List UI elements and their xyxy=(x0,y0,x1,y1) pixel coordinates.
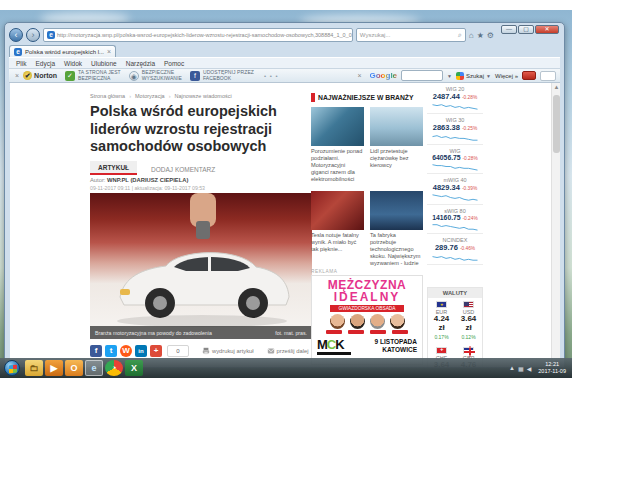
tile-caption: Tesla notuje fatalny wynik. A miało być … xyxy=(311,232,364,253)
norton-label: Norton xyxy=(34,72,57,79)
share-counter: 0 xyxy=(167,345,189,357)
tile-caption: Porozumienie ponad podziałami. Motoryzac… xyxy=(311,148,364,183)
minimize-button[interactable]: — xyxy=(501,25,517,34)
extension-box[interactable] xyxy=(540,71,556,81)
breadcrumb-najnowsze[interactable]: Najnowsze wiadomości xyxy=(175,93,232,99)
excel-icon[interactable]: X xyxy=(125,360,143,376)
safe-status-text: TA STRONA JESTBEZPIECZNA xyxy=(78,70,121,82)
car-illustration xyxy=(90,193,312,339)
close-button[interactable]: ✕ xyxy=(535,25,559,34)
back-button[interactable]: ‹ xyxy=(9,28,23,42)
norton-safe-search[interactable]: ◉ BEZPIECZNEWYSZUKIWANIE xyxy=(129,70,182,82)
currency-eur[interactable]: EUR 4.24 zł 0.17% xyxy=(428,298,455,344)
url-text: http://motoryzacja.wnp.pl/polska-wsrod-e… xyxy=(57,29,353,41)
sidebar-tile-3[interactable]: Tesla notuje fatalny wynik. A miało być … xyxy=(311,191,364,253)
index-wig30[interactable]: WIG 30 2863.38 -0.25% xyxy=(427,114,483,145)
ad-face xyxy=(390,314,405,329)
ad-title-line2: IDEALNY xyxy=(312,290,422,304)
breadcrumb: Strona główna › Motoryzacja › Najnowsze … xyxy=(90,93,232,99)
tile-image-manager xyxy=(370,191,423,230)
tools-gear-icon[interactable]: ⚙ xyxy=(487,31,494,40)
tab-close-icon[interactable]: × xyxy=(107,48,111,55)
ad-face xyxy=(370,314,385,329)
print-article-button[interactable]: wydrukuj artykuł xyxy=(202,347,254,355)
google-g-icon xyxy=(456,72,464,80)
article-tabs: ARTYKUŁ DODAJ KOMENTARZ xyxy=(90,161,215,175)
menu-plik[interactable]: Plik xyxy=(16,60,26,67)
start-button[interactable] xyxy=(4,360,20,376)
share-wykop-icon[interactable]: W xyxy=(120,345,132,357)
internet-explorer-icon[interactable]: e xyxy=(85,360,103,376)
sidebar-tile-4[interactable]: Ta fabryka potrzebuje technologicznego s… xyxy=(370,191,423,267)
printer-icon xyxy=(202,347,210,355)
norton-safe-status[interactable]: ✓ TA STRONA JESTBEZPIECZNA xyxy=(65,70,121,82)
maximize-button[interactable]: ▢ xyxy=(518,25,534,34)
sidebar-tile-1[interactable]: Porozumienie ponad podziałami. Motoryzac… xyxy=(311,107,364,183)
share-linkedin-icon[interactable]: in xyxy=(135,345,147,357)
ad-faces xyxy=(312,314,422,329)
google-toolbar-close-icon[interactable]: × xyxy=(357,72,361,79)
breadcrumb-separator: › xyxy=(129,93,131,99)
browser-tab[interactable]: e Polska wśród europejskich l... × xyxy=(9,45,116,57)
menu-pomoc[interactable]: Pomoc xyxy=(164,60,184,67)
favorites-icon[interactable]: ★ xyxy=(477,31,484,40)
taskbar-clock[interactable]: 12:21 2017-11-09 xyxy=(534,361,570,375)
norton-share-facebook[interactable]: f UDOSTĘPNIJ PRZEZFACEBOOK xyxy=(190,70,254,82)
currency-usd[interactable]: USD 3.64 zł 0.12% xyxy=(455,298,482,344)
browser-window: — ▢ ✕ ‹ › e http://motoryzacja.wnp.pl/po… xyxy=(4,22,565,368)
index-wig[interactable]: WIG 64056.75 -0.28% xyxy=(427,145,483,174)
media-player-icon[interactable]: ▶ xyxy=(45,360,63,376)
site-favicon: e xyxy=(47,31,55,39)
stock-widget: WIG 20 2487.44 -0.28% WIG 30 2863.38 -0.… xyxy=(427,83,483,265)
scrollbar-thumb[interactable] xyxy=(553,95,560,153)
tab-artykul[interactable]: ARTYKUŁ xyxy=(90,161,137,175)
menu-narzedzia[interactable]: Narzędzia xyxy=(126,60,155,67)
index-wig20[interactable]: WIG 20 2487.44 -0.28% xyxy=(427,83,483,114)
google-search-button[interactable]: Szukaj ▼ xyxy=(456,72,491,80)
chrome-icon[interactable]: ◔ xyxy=(105,360,123,376)
eu-flag-icon xyxy=(436,301,447,308)
browser-action-icons: ⌂ ★ ⚙ xyxy=(469,31,494,40)
search-icon[interactable]: ⌕ xyxy=(458,29,462,41)
google-search-input[interactable] xyxy=(401,70,443,81)
explorer-icon[interactable]: 🗀 xyxy=(25,360,43,376)
index-ncindex[interactable]: NCINDEX 289.76 -0.46% xyxy=(427,234,483,265)
tray-network-icon[interactable]: ▦ xyxy=(518,365,524,372)
menu-edycja[interactable]: Edycja xyxy=(35,60,55,67)
toolbar-more-icon[interactable]: • • • xyxy=(264,73,279,79)
tray-volume-icon[interactable]: ◀ xyxy=(527,365,532,372)
google-more-button[interactable]: Więcej » xyxy=(495,73,518,79)
share-facebook-icon[interactable]: f xyxy=(90,345,102,357)
menu-widok[interactable]: Widok xyxy=(64,60,82,67)
menu-bar: Plik Edycja Widok Ulubione Narzędzia Pom… xyxy=(9,57,560,68)
extension-red-icon[interactable] xyxy=(522,71,536,80)
toolbar-close-icon[interactable]: × xyxy=(15,72,19,79)
currency-widget: WALUTY EUR 4.24 zł 0.17% USD 3.64 xyxy=(427,287,483,367)
ad-banner[interactable]: MĘŻCZYZNA IDEALNY GWIAZDORSKA OBSADA xyxy=(311,275,423,365)
breadcrumb-home[interactable]: Strona główna xyxy=(90,93,125,99)
home-icon[interactable]: ⌂ xyxy=(469,31,474,40)
address-bar[interactable]: e http://motoryzacja.wnp.pl/polska-wsrod… xyxy=(43,28,353,42)
taskbar: 🗀 ▶ O e ◔ X ▲ ▦ ◀ 12:21 2017-11-09 xyxy=(0,358,572,378)
scroll-up-icon[interactable]: ▲ xyxy=(552,83,560,92)
google-caret-icon[interactable]: ▼ xyxy=(447,73,452,79)
breadcrumb-motoryzacja[interactable]: Motoryzacja xyxy=(135,93,165,99)
menu-ulubione[interactable]: Ulubione xyxy=(91,60,117,67)
reklama-label: REKLAMA xyxy=(311,269,337,274)
red-marker xyxy=(311,93,315,102)
tray-show-hidden-icon[interactable]: ▲ xyxy=(509,365,515,371)
share-twitter-icon[interactable]: t xyxy=(105,345,117,357)
sidebar-tile-2[interactable]: Lidl przetestuje ciężarówkę bez kierowcy xyxy=(370,107,423,169)
index-mwig40[interactable]: mWIG 40 4829.34 -0.39% xyxy=(427,174,483,205)
norton-brand[interactable]: ✔ Norton xyxy=(23,71,57,80)
tab-dodaj-komentarz[interactable]: DODAJ KOMENTARZ xyxy=(151,163,215,175)
forward-button[interactable]: › xyxy=(26,28,40,42)
share-googleplus-icon[interactable]: + xyxy=(150,345,162,357)
index-swig80[interactable]: sWIG 80 14160.75 -0.24% xyxy=(427,205,483,234)
page-scrollbar[interactable]: ▲ ▼ xyxy=(551,83,560,367)
outlook-icon[interactable]: O xyxy=(65,360,83,376)
search-input[interactable]: Wyszukaj... ⌕ xyxy=(356,28,466,42)
forward-article-button[interactable]: prześlij dalej xyxy=(267,347,309,355)
norton-check-icon: ✔ xyxy=(23,71,32,80)
ad-ribbon: GWIAZDORSKA OBSADA xyxy=(330,305,404,312)
